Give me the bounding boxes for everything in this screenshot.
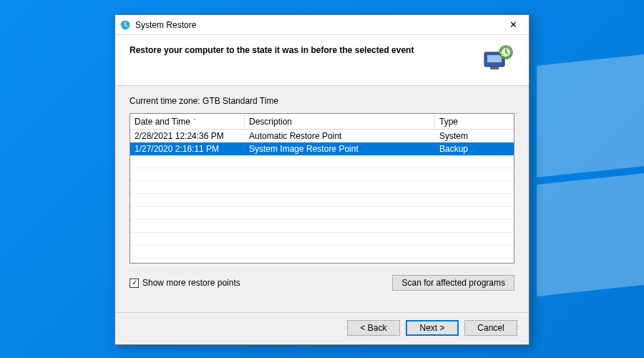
cell-description: System Image Restore Point — [245, 144, 435, 154]
table-header: Date and Time ˅ Description Type — [130, 114, 514, 130]
table-row[interactable]: 2/28/2021 12:24:36 PMAutomatic Restore P… — [130, 130, 514, 142]
titlebar: System Restore ✕ — [115, 15, 529, 35]
svg-rect-2 — [487, 55, 502, 62]
scan-affected-button[interactable]: Scan for affected programs — [392, 275, 514, 291]
cell-date-time: 1/27/2020 2:16:11 PM — [130, 144, 245, 154]
show-more-label: Show more restore points — [142, 278, 240, 288]
restore-points-table: Date and Time ˅ Description Type 2/28/20… — [130, 113, 514, 263]
back-button[interactable]: < Back — [347, 320, 400, 336]
cell-description: Automatic Restore Point — [245, 131, 435, 141]
restore-icon — [119, 19, 131, 31]
table-row[interactable]: 1/27/2020 2:16:11 PMSystem Image Restore… — [130, 142, 514, 155]
cancel-button[interactable]: Cancel — [464, 320, 517, 336]
cell-date-time: 2/28/2021 12:24:36 PM — [130, 131, 245, 141]
show-more-checkbox[interactable]: ✓ Show more restore points — [130, 278, 240, 288]
below-table-row: ✓ Show more restore points Scan for affe… — [130, 275, 514, 291]
page-heading: Restore your computer to the state it wa… — [130, 44, 482, 55]
column-header-label: Type — [439, 117, 458, 127]
empty-row — [130, 181, 514, 194]
sort-indicator-icon: ˅ — [193, 118, 196, 125]
header-strip: Restore your computer to the state it wa… — [115, 35, 529, 86]
column-header-description[interactable]: Description — [245, 114, 435, 129]
checkbox-icon: ✓ — [130, 279, 139, 288]
cell-type: System — [435, 131, 514, 141]
body-area: Current time zone: GTB Standard Time Dat… — [115, 86, 529, 312]
column-header-label: Date and Time — [135, 117, 190, 127]
system-restore-dialog: System Restore ✕ Restore your computer t… — [114, 14, 530, 345]
empty-row — [130, 194, 514, 207]
dialog-footer: < Back Next > Cancel — [115, 312, 529, 344]
close-button[interactable]: ✕ — [502, 18, 525, 32]
empty-row — [130, 168, 514, 181]
empty-row — [130, 155, 514, 168]
column-header-type[interactable]: Type — [435, 114, 514, 129]
table-body: 2/28/2021 12:24:36 PMAutomatic Restore P… — [130, 130, 514, 263]
empty-row — [130, 220, 514, 233]
empty-row — [130, 258, 514, 263]
empty-row — [130, 246, 514, 258]
time-zone-label: Current time zone: — [130, 96, 203, 106]
time-zone-value: GTB Standard Time — [203, 96, 278, 106]
empty-row — [130, 233, 514, 246]
cell-type: Backup — [435, 144, 514, 154]
time-zone-line: Current time zone: GTB Standard Time — [130, 96, 514, 106]
restore-hero-icon — [482, 44, 514, 72]
column-header-date-time[interactable]: Date and Time ˅ — [130, 114, 245, 129]
window-title: System Restore — [135, 20, 502, 30]
svg-rect-3 — [490, 67, 499, 69]
empty-row — [130, 207, 514, 220]
next-button[interactable]: Next > — [406, 320, 459, 336]
column-header-label: Description — [249, 117, 292, 127]
